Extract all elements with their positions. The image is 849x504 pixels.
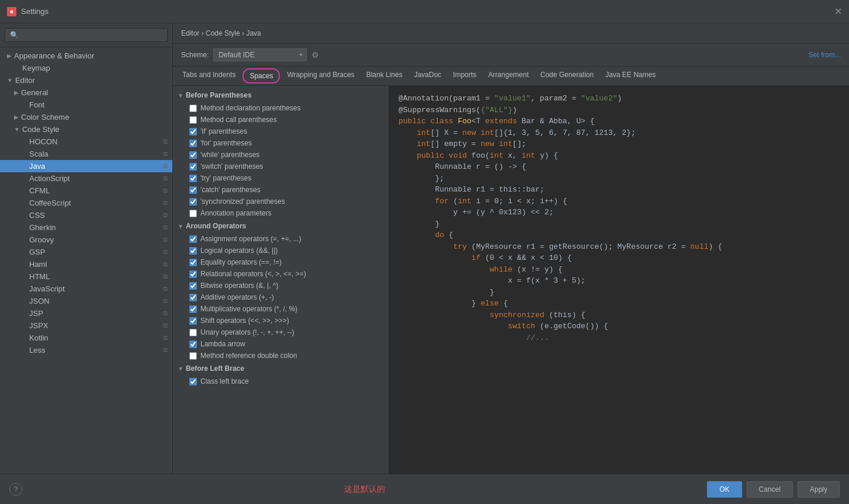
sidebar-item-scala[interactable]: Scala⧉ xyxy=(0,148,172,160)
section-label: Around Operators xyxy=(186,222,246,230)
option-checkbox-method-decl[interactable] xyxy=(189,105,197,112)
option-checkbox-equality-ops[interactable] xyxy=(189,259,197,266)
code-line: }; xyxy=(398,173,840,185)
option-checkbox-catch-paren[interactable] xyxy=(189,186,197,194)
option-checkbox-assignment-ops[interactable] xyxy=(189,235,197,243)
code-token: else xyxy=(480,299,503,308)
sidebar-item-font[interactable]: Font xyxy=(0,99,172,111)
sidebar-item-general[interactable]: ▶General xyxy=(0,86,172,99)
sidebar-item-html[interactable]: HTML⧉ xyxy=(0,270,172,283)
option-checkbox-annotation-params[interactable] xyxy=(189,210,197,217)
tree-item-label: CoffeeScript xyxy=(29,199,71,207)
option-checkbox-multiplicative-ops[interactable] xyxy=(189,305,197,313)
sidebar-item-javascript[interactable]: JavaScript⧉ xyxy=(0,283,172,295)
code-token: @SuppressWarnings( xyxy=(398,106,480,114)
option-checkbox-while-paren[interactable] xyxy=(189,151,197,159)
section-header-before-left-brace[interactable]: ▼Before Left Brace xyxy=(173,362,389,376)
arrow-icon: ▼ xyxy=(7,77,13,84)
code-token: {"ALL"} xyxy=(480,106,512,114)
code-token: new xyxy=(462,128,480,137)
search-input[interactable] xyxy=(5,28,168,42)
tab-wrapping[interactable]: Wrapping and Braces xyxy=(281,67,360,85)
option-label: Shift operators (<<, >>, >>>) xyxy=(200,317,289,325)
apply-button[interactable]: Apply xyxy=(798,481,840,498)
cancel-button[interactable]: Cancel xyxy=(747,481,793,498)
code-token: } xyxy=(398,220,439,228)
help-button[interactable]: ? xyxy=(9,483,22,496)
sidebar-item-jspx[interactable]: JSPX⧉ xyxy=(0,319,172,332)
option-checkbox-if-paren[interactable] xyxy=(189,128,197,135)
code-line: int[] X = new int[]{1, 3, 5, 6, 7, 87, 1… xyxy=(398,127,840,139)
option-checkbox-lambda-arrow[interactable] xyxy=(189,340,197,348)
option-checkbox-switch-paren[interactable] xyxy=(189,163,197,171)
tab-arrangement[interactable]: Arrangement xyxy=(482,67,534,85)
sidebar-item-kotlin[interactable]: Kotlin⧉ xyxy=(0,332,172,344)
set-from-link[interactable]: Set from... xyxy=(809,51,841,59)
copy-icon: ⧉ xyxy=(163,224,168,231)
copy-icon: ⧉ xyxy=(163,285,168,293)
sidebar-item-code-style[interactable]: ▼Code Style xyxy=(0,123,172,135)
option-checkbox-method-call[interactable] xyxy=(189,116,197,124)
tab-java-ee[interactable]: Java EE Names xyxy=(600,67,661,85)
option-row-class-left-brace: Class left brace xyxy=(173,376,389,387)
tree-item-label: Editor xyxy=(15,76,35,85)
option-checkbox-additive-ops[interactable] xyxy=(189,294,197,301)
tab-tabs-indents[interactable]: Tabs and Indents xyxy=(176,67,241,85)
copy-icon: ⧉ xyxy=(163,162,168,170)
sidebar-item-keymap[interactable]: Keymap xyxy=(0,62,172,74)
sidebar-item-haml[interactable]: Haml⧉ xyxy=(0,258,172,270)
scheme-gear-button[interactable]: ⚙ xyxy=(311,50,319,60)
tab-code-gen[interactable]: Code Generation xyxy=(535,67,600,85)
section-header-around-operators[interactable]: ▼Around Operators xyxy=(173,219,389,233)
code-line: public class Foo<T extends Bar & Abba, U… xyxy=(398,116,840,127)
copy-icon: ⧉ xyxy=(163,150,168,158)
option-checkbox-relational-ops[interactable] xyxy=(189,270,197,278)
sidebar-tree: ▶Appearance & BehaviorKeymap▼Editor▶Gene… xyxy=(0,47,172,474)
ok-button[interactable]: OK xyxy=(707,481,741,498)
tab-blank-lines[interactable]: Blank Lines xyxy=(361,67,408,85)
option-checkbox-bitwise-ops[interactable] xyxy=(189,282,197,290)
sidebar-item-color-scheme[interactable]: ▶Color Scheme xyxy=(0,111,172,123)
sidebar-item-java[interactable]: Java⧉ xyxy=(0,160,172,172)
sidebar-item-appearance[interactable]: ▶Appearance & Behavior xyxy=(0,50,172,62)
option-row-annotation-params: Annotation parameters xyxy=(173,207,389,219)
option-checkbox-class-left-brace[interactable] xyxy=(189,378,197,385)
section-header-before-parentheses[interactable]: ▼Before Parentheses xyxy=(173,88,389,102)
sidebar-item-actionscript[interactable]: ActionScript⧉ xyxy=(0,172,172,185)
option-row-method-call: Method call parentheses xyxy=(173,114,389,126)
option-label: 'synchronized' parentheses xyxy=(200,197,285,206)
scheme-select[interactable]: Default IDE xyxy=(213,48,307,61)
option-checkbox-logical-ops[interactable] xyxy=(189,247,197,255)
tree-item-label: JavaScript xyxy=(29,284,65,293)
tab-spaces[interactable]: Spaces xyxy=(242,68,280,84)
option-checkbox-unary-ops[interactable] xyxy=(189,329,197,336)
close-button[interactable]: ✕ xyxy=(834,7,842,16)
sidebar-item-gsp[interactable]: GSP⧉ xyxy=(0,246,172,258)
code-token: "value1" xyxy=(494,94,531,103)
sidebar-item-groovy[interactable]: Groovy⧉ xyxy=(0,234,172,246)
option-row-for-paren: 'for' parentheses xyxy=(173,137,389,149)
option-label: Lambda arrow xyxy=(200,340,245,348)
sidebar-item-json[interactable]: JSON⧉ xyxy=(0,295,172,307)
option-row-try-paren: 'try' parentheses xyxy=(173,172,389,184)
sidebar-item-coffeescript[interactable]: CoffeeScript⧉ xyxy=(0,197,172,209)
option-row-assignment-ops: Assignment operators (=, +=, ...) xyxy=(173,233,389,245)
tree-item-label: Keymap xyxy=(22,64,50,72)
sidebar-item-less[interactable]: Less⧉ xyxy=(0,344,172,356)
sidebar-item-jsp[interactable]: JSP⧉ xyxy=(0,307,172,319)
tab-javadoc[interactable]: JavaDoc xyxy=(408,67,448,85)
sidebar-item-gherkin[interactable]: Gherkin⧉ xyxy=(0,221,172,234)
option-label: Bitwise operators (&, |, ^) xyxy=(200,281,278,290)
option-checkbox-method-ref[interactable] xyxy=(189,352,197,360)
sidebar-item-css[interactable]: CSS⧉ xyxy=(0,209,172,221)
option-checkbox-for-paren[interactable] xyxy=(189,140,197,147)
tab-imports[interactable]: Imports xyxy=(447,67,482,85)
sidebar-item-editor[interactable]: ▼Editor xyxy=(0,74,172,86)
sidebar-item-cfml[interactable]: CFML⧉ xyxy=(0,185,172,197)
copy-icon: ⧉ xyxy=(163,187,168,194)
option-checkbox-try-paren[interactable] xyxy=(189,175,197,182)
option-checkbox-synchronized-paren[interactable] xyxy=(189,198,197,206)
code-token: (MyResource r1 = getResource(); MyResour… xyxy=(472,242,690,251)
option-checkbox-shift-ops[interactable] xyxy=(189,317,197,325)
sidebar-item-hocon[interactable]: HOCON⧉ xyxy=(0,135,172,148)
